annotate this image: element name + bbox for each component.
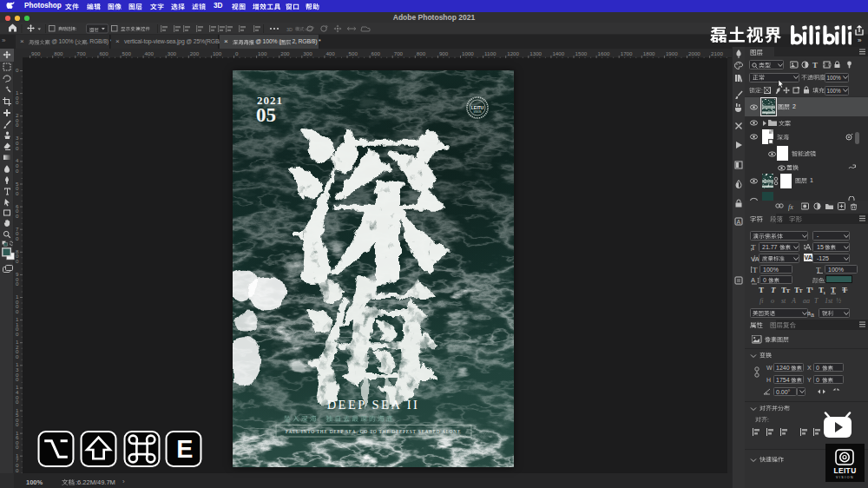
svg-text:0: 0 <box>16 168 19 174</box>
svg-text:VISION: VISION <box>474 110 482 114</box>
svg-text:400: 400 <box>145 50 155 56</box>
svg-text:500: 500 <box>122 50 132 56</box>
svg-text:E: E <box>176 435 193 463</box>
svg-text:FALL INTO THE DEEP SEA, GO TO: FALL INTO THE DEEP SEA, GO TO THE DEEPES… <box>286 429 461 434</box>
svg-text:T: T <box>751 247 753 251</box>
svg-text:DEEP SEA II: DEEP SEA II <box>327 398 420 412</box>
svg-text:A: A <box>737 219 741 225</box>
svg-text:05: 05 <box>256 104 276 126</box>
svg-text:T: T <box>759 286 764 294</box>
svg-text:1: 1 <box>824 291 826 295</box>
svg-text:1800: 1800 <box>643 50 655 56</box>
svg-text:0: 0 <box>16 280 19 287</box>
svg-text:2000: 2000 <box>688 50 700 56</box>
svg-text:800: 800 <box>417 50 426 56</box>
svg-text:900: 900 <box>439 50 449 56</box>
svg-text:300: 300 <box>168 50 177 56</box>
svg-text:T: T <box>831 286 836 294</box>
svg-text:0: 0 <box>16 467 19 473</box>
svg-text:600: 600 <box>372 50 381 56</box>
svg-text:LEITU: LEITU <box>471 105 484 110</box>
svg-text:1200: 1200 <box>507 50 519 56</box>
svg-text:0: 0 <box>16 376 19 382</box>
svg-text:A: A <box>751 276 755 284</box>
svg-text:0: 0 <box>16 258 19 264</box>
svg-text:600: 600 <box>99 50 108 56</box>
svg-text:1600: 1600 <box>598 50 610 56</box>
svg-text:0: 0 <box>16 67 19 73</box>
svg-text:0: 0 <box>16 122 19 128</box>
svg-text:0: 0 <box>16 444 19 450</box>
svg-text:0: 0 <box>16 190 19 196</box>
svg-text:200: 200 <box>280 50 290 56</box>
svg-text:1300: 1300 <box>529 50 542 56</box>
svg-text:T: T <box>816 266 821 274</box>
svg-text:1500: 1500 <box>575 50 588 56</box>
svg-text:0: 0 <box>16 99 19 105</box>
svg-text:1700: 1700 <box>621 50 633 56</box>
svg-text:0: 0 <box>16 353 19 359</box>
svg-text:700: 700 <box>394 50 404 56</box>
svg-text:2100: 2100 <box>711 50 723 56</box>
svg-text:0: 0 <box>16 421 19 427</box>
svg-text:700: 700 <box>76 50 86 56</box>
svg-text:300: 300 <box>303 50 312 56</box>
svg-text:800: 800 <box>54 50 63 56</box>
svg-text:fx: fx <box>788 203 793 211</box>
svg-text:900: 900 <box>31 50 41 56</box>
svg-text::6.22M/49.7M: :6.22M/49.7M <box>76 478 115 486</box>
svg-text:3D: 3D <box>286 27 293 32</box>
svg-text:T: T <box>799 288 803 293</box>
svg-text:0: 0 <box>16 399 19 405</box>
svg-text:T: T <box>753 266 758 274</box>
svg-text:100: 100 <box>258 50 267 56</box>
svg-text:0: 0 <box>16 331 19 337</box>
svg-text:LEITU: LEITU <box>833 466 856 475</box>
svg-text:T: T <box>812 61 818 69</box>
svg-text:1: 1 <box>812 287 814 291</box>
svg-text:100: 100 <box>213 50 222 56</box>
svg-text:0: 0 <box>235 50 239 56</box>
svg-text:VISION: VISION <box>836 476 854 479</box>
svg-text:500: 500 <box>349 50 358 56</box>
svg-text:200: 200 <box>190 50 200 56</box>
svg-text:1900: 1900 <box>666 50 678 56</box>
svg-text:T: T <box>786 287 791 294</box>
svg-text:T: T <box>771 286 776 294</box>
svg-text:0: 0 <box>16 213 19 219</box>
svg-text:0: 0 <box>16 145 19 151</box>
svg-text:1400: 1400 <box>552 50 564 56</box>
svg-text:a: a <box>811 312 814 317</box>
svg-text:400: 400 <box>326 50 335 56</box>
svg-text:0: 0 <box>16 235 19 241</box>
svg-text:1100: 1100 <box>484 50 496 56</box>
svg-text:VA: VA <box>805 254 812 260</box>
svg-text:1000: 1000 <box>462 50 474 56</box>
svg-text:0: 0 <box>16 308 19 314</box>
